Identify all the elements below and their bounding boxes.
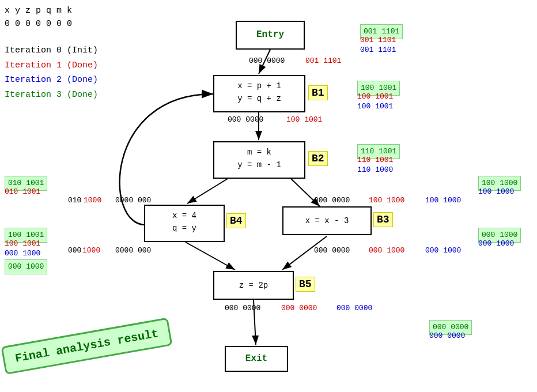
ann-b5-b4-black2: 0000 000: [115, 245, 151, 257]
b5-label: B5: [296, 277, 315, 292]
ann-b4-above-black: 010: [68, 195, 81, 206]
b4-block: x = 4 q = y: [144, 205, 225, 242]
ann-b2-above-black: 000 0000: [228, 114, 263, 126]
ann-b3-right-blue: 000 1000: [478, 238, 514, 250]
ann-b5-b3-blue: 000 1000: [425, 245, 461, 257]
b1-code-line1: x = p + 1: [220, 80, 298, 92]
ann-b5-right-blue: 000 0000: [429, 330, 465, 342]
ann-left-red1: 010 1001: [5, 186, 40, 198]
b1-code-line2: y = q + z: [220, 92, 298, 105]
ann-b4-above-red: 1000: [84, 195, 101, 206]
svg-line-5: [186, 242, 235, 270]
b1-label: B1: [308, 85, 328, 100]
ann-b4-left-blue: 000 1000: [5, 248, 40, 259]
ann-b2-blue: 110 1000: [357, 164, 393, 176]
final-analysis-badge: Final analysis result: [1, 318, 172, 375]
var-values: 0 0 0 0 0 0 0: [5, 18, 72, 31]
ann-b1-above-red: 001 1101: [305, 55, 341, 67]
ann-exit-above-blue: 000 0000: [336, 303, 372, 314]
iteration-list: Iteration 0 (Init) Iteration 1 (Done) It…: [5, 43, 98, 102]
ann-b3-above-black: 000 0000: [314, 195, 350, 206]
ann-b5-b3-black: 000 0000: [314, 245, 350, 257]
ann-b3-above-red: 100 1000: [369, 195, 404, 206]
ann-b5-b4-red: 1000: [82, 245, 100, 257]
iteration-3: Iteration 3 (Done): [5, 88, 98, 103]
svg-line-3: [187, 179, 228, 203]
ann-b2-far-blue: 100 1000: [478, 186, 514, 198]
ann-exit-above-red: 000 0000: [281, 303, 317, 314]
var-names: x y z p q m k: [5, 5, 72, 18]
entry-block: Entry: [236, 21, 305, 50]
b3-code: x = x - 3: [305, 214, 349, 227]
b2-block: m = k y = m - 1: [213, 141, 305, 179]
iteration-1: Iteration 1 (Done): [5, 58, 98, 73]
ann-b1-blue: 100 1001: [357, 101, 393, 112]
ann-b5-b3-red: 000 1000: [369, 245, 404, 257]
b4-code-line1: x = 4: [151, 209, 218, 222]
b1-block: x = p + 1 y = q + z: [213, 75, 305, 112]
ann-entry-blue: 001 1101: [360, 44, 396, 56]
b2-label: B2: [308, 151, 328, 166]
ann-b5-b4-black: 000: [68, 245, 81, 257]
b4-label: B4: [226, 213, 246, 228]
ann-b2-above-red: 100 1001: [286, 114, 322, 126]
b3-label: B3: [373, 212, 393, 227]
b4-code-line2: q = y: [151, 222, 218, 235]
ann-b1-above-black: 000 0000: [249, 55, 285, 67]
b5-block: z = 2p: [213, 271, 294, 300]
b2-code-line1: m = k: [220, 146, 298, 159]
b5-code: z = 2p: [239, 279, 268, 292]
b2-code-line2: y = m - 1: [220, 159, 298, 171]
iteration-2: Iteration 2 (Done): [5, 73, 98, 88]
b3-block: x = x - 3: [282, 206, 372, 235]
exit-block: Exit: [225, 346, 288, 372]
ann-exit-above-black: 000 0000: [225, 303, 260, 314]
ann-b3-above-blue: 100 1000: [425, 195, 461, 206]
var-header: x y z p q m k 0 0 0 0 0 0 0: [5, 5, 72, 31]
iteration-0: Iteration 0 (Init): [5, 43, 98, 58]
ann-bottom-left-green: 000 1000: [5, 259, 47, 274]
